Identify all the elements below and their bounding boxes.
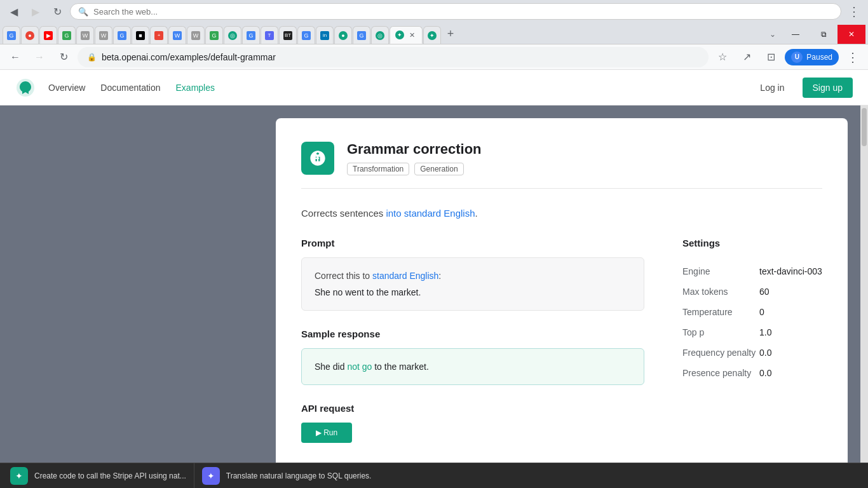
top-p-value: 1.0 [759, 322, 822, 342]
nav-documentation[interactable]: Documentation [100, 83, 160, 93]
tag-generation: Generation [414, 163, 463, 175]
tab-dropdown-btn[interactable]: ⌄ [764, 25, 782, 43]
two-col-layout: Prompt Correct this to standard English:… [301, 238, 822, 443]
chrome-menu-btn[interactable]: ⋮ [843, 47, 863, 67]
tab-favicon: ◎ [376, 31, 384, 40]
back-btn[interactable]: ← [5, 47, 25, 67]
tab[interactable]: ◎ [371, 26, 389, 44]
card-icon [301, 142, 334, 175]
share-btn[interactable]: ↗ [736, 47, 757, 67]
tab[interactable]: ▶ [39, 26, 57, 44]
max-tokens-label: Max tokens [682, 281, 759, 302]
card: Grammar correction Transformation Genera… [276, 118, 848, 463]
tab[interactable]: G [353, 26, 370, 44]
left-col: Prompt Correct this to standard English:… [301, 238, 644, 443]
paused-profile-btn[interactable]: U Paused [785, 49, 839, 65]
settings-table: Engine text-davinci-003 Max tokens 60 Te… [682, 261, 822, 383]
bookmark-btn[interactable]: ☆ [712, 47, 733, 67]
response-box: She did not go to the market. [301, 348, 644, 385]
scroll-thumb[interactable] [862, 108, 867, 146]
nav-examples[interactable]: Examples [176, 83, 215, 93]
tab[interactable]: T [261, 26, 278, 44]
add-tab-button[interactable]: + [442, 25, 459, 43]
tab-favicon: ▶ [44, 31, 53, 40]
card-title-group: Grammar correction Transformation Genera… [347, 141, 482, 175]
close-window-btn[interactable]: ✕ [837, 25, 865, 44]
login-button[interactable]: Log in [750, 78, 794, 98]
browser-menu-btn[interactable]: ⋮ [845, 3, 863, 20]
tab-active[interactable]: ✦ ✕ [390, 26, 423, 44]
tab-favicon: G [62, 31, 71, 40]
frequency-penalty-label: Frequency penalty [682, 342, 759, 363]
tab-favicon: W [173, 31, 182, 40]
tab[interactable]: G [3, 26, 20, 44]
tab[interactable]: ✦ [423, 26, 441, 44]
response-text: She did not go to the market. [315, 362, 631, 372]
suggestion-icon-1: ✦ [202, 467, 220, 485]
close-tab-button[interactable]: ✕ [407, 30, 417, 40]
tab-favicon: ■ [136, 31, 145, 40]
search-input[interactable] [93, 7, 833, 17]
top-p-label: Top p [682, 322, 759, 342]
search-icon: 🔍 [78, 7, 88, 17]
restore-btn[interactable]: ⧉ [810, 25, 837, 44]
site-nav: Overview Documentation Examples Log in S… [0, 70, 868, 105]
search-input-wrap[interactable]: 🔍 [70, 3, 841, 20]
minimize-btn[interactable]: — [782, 25, 810, 44]
suggestion-text-0: Create code to call the Stripe API using… [34, 471, 186, 480]
tabs-row: G ● ▶ G W W G ■ + W W G ◎ G T BT G [0, 23, 868, 44]
tab[interactable]: in [316, 26, 334, 44]
card-header: Grammar correction Transformation Genera… [301, 141, 822, 189]
tab[interactable]: ● [21, 26, 39, 44]
nav-overview[interactable]: Overview [48, 83, 85, 93]
tab[interactable]: G [58, 26, 76, 44]
tab[interactable]: + [150, 26, 168, 44]
content-panel[interactable]: Grammar correction Transformation Genera… [263, 105, 860, 463]
tab[interactable]: W [168, 26, 186, 44]
suggestion-item-0[interactable]: ✦ Create code to call the Stripe API usi… [10, 463, 194, 489]
tab[interactable]: ● [334, 26, 352, 44]
suggestion-icon-0: ✦ [10, 467, 28, 485]
tab-favicon: W [191, 31, 200, 40]
tab[interactable]: G [113, 26, 131, 44]
presence-penalty-label: Presence penalty [682, 363, 759, 383]
setting-frequency-penalty: Frequency penalty 0.0 [682, 342, 822, 363]
address-bar[interactable]: 🔒 beta.openai.com/examples/default-gramm… [78, 47, 709, 67]
tab[interactable]: G [297, 26, 315, 44]
card-description: Corrects sentences into standard English… [301, 208, 822, 219]
search-bar-reload[interactable]: ↻ [48, 3, 66, 20]
tab[interactable]: BT [279, 26, 297, 44]
tab[interactable]: W [95, 26, 112, 44]
prompt-section-title: Prompt [301, 238, 644, 248]
tab-favicon: ✦ [428, 31, 437, 40]
tab-favicon: in [320, 31, 329, 40]
tab[interactable]: ◎ [224, 26, 241, 44]
tab[interactable]: ■ [132, 26, 149, 44]
frequency-penalty-value: 0.0 [759, 342, 822, 363]
tab-favicon: W [81, 31, 90, 40]
reload-btn[interactable]: ↻ [53, 47, 74, 67]
tab-favicon: BT [283, 31, 292, 40]
search-bar-nav-forward[interactable]: ▶ [27, 3, 44, 20]
search-bar-nav-back[interactable]: ◀ [5, 3, 23, 20]
presence-penalty-value: 0.0 [759, 363, 822, 383]
scroll-track[interactable] [860, 105, 868, 463]
setting-presence-penalty: Presence penalty 0.0 [682, 363, 822, 383]
tab[interactable]: W [187, 26, 205, 44]
forward-btn[interactable]: → [29, 47, 50, 67]
tab[interactable]: G [205, 26, 223, 44]
temperature-value: 0 [759, 302, 822, 322]
max-tokens-value: 60 [759, 281, 822, 302]
tab-favicon: G [210, 31, 219, 40]
suggestion-item-1[interactable]: ✦ Translate natural language to SQL quer… [202, 467, 372, 485]
main-area: Grammar correction Transformation Genera… [0, 105, 868, 463]
tab-favicon: W [99, 31, 108, 40]
split-screen-btn[interactable]: ⊡ [761, 47, 781, 67]
tag-transformation: Transformation [347, 163, 409, 175]
signup-button[interactable]: Sign up [803, 78, 853, 98]
nav-actions: Log in Sign up [750, 78, 853, 98]
sample-response-title: Sample response [301, 329, 644, 339]
tab[interactable]: G [242, 26, 260, 44]
tab[interactable]: W [76, 26, 94, 44]
prompt-text: She no went to the market. [315, 287, 631, 297]
